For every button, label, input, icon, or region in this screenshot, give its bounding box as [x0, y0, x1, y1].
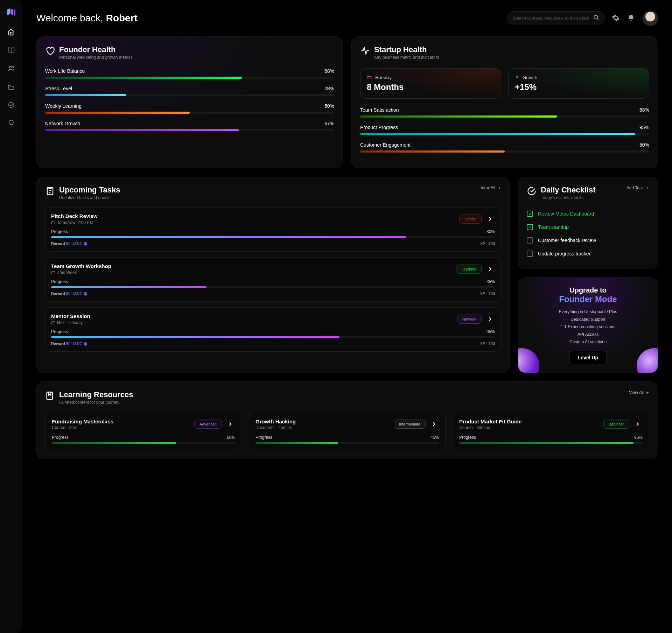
tasks-view-all[interactable]: View All: [481, 185, 501, 190]
checkbox-icon[interactable]: [527, 237, 533, 244]
calendar-icon: [51, 220, 55, 225]
reward-text: Reward 50 USDC: [51, 342, 87, 346]
checkbox-icon[interactable]: [527, 251, 533, 257]
learning-title: Learning Resources: [59, 390, 133, 399]
logo: [6, 7, 17, 18]
metric-label: Weekly Learning: [45, 103, 82, 109]
add-task-button[interactable]: Add Task: [626, 185, 649, 190]
chevron-right-icon[interactable]: [633, 419, 643, 429]
clipboard-icon: [45, 186, 55, 196]
upgrade-card: Upgrade to Founder Mode Everything in Un…: [518, 277, 658, 373]
level-up-button[interactable]: Level Up: [569, 351, 607, 364]
resource-card[interactable]: Product Market Fit Guide Course - 30mins…: [453, 412, 649, 450]
metric-label: Team Satisfaction: [360, 107, 399, 113]
nav-users-icon[interactable]: [7, 64, 15, 73]
task-badge: Critical: [459, 214, 482, 224]
founder-health-card: Founder Health Personal well-being and g…: [36, 36, 343, 168]
growth-value: +15%: [515, 82, 643, 92]
svg-point-0: [9, 66, 11, 68]
upgrade-feature: Dedicated Support: [527, 316, 649, 324]
startup-health-title: Startup Health: [374, 45, 439, 54]
progress-label: Progress: [52, 435, 69, 440]
checklist-item[interactable]: Review Metric Dashboard: [527, 207, 649, 220]
upgrade-feature: Everything in Unstoppable Plus: [527, 308, 649, 316]
welcome-text: Welcome back, Robert: [36, 13, 138, 24]
decorative-orb: [637, 348, 658, 373]
progress-value: 65%: [486, 329, 495, 334]
metric-label: Network Growth: [45, 121, 80, 126]
search-icon[interactable]: [593, 14, 599, 22]
task-card[interactable]: Mentor Session Next Tuesday Network Prog…: [45, 307, 501, 352]
chevron-right-icon[interactable]: [429, 419, 439, 429]
avatar[interactable]: [643, 10, 658, 26]
resource-card[interactable]: Fundraising Masterclass Course - 2hrs Ad…: [45, 412, 242, 450]
checklist-item[interactable]: Customer feedback review: [527, 234, 649, 247]
reward-text: Reward 50 USDC: [51, 241, 87, 246]
task-time: Tomorrow, 2:00 PM: [51, 220, 98, 225]
bell-icon[interactable]: [627, 14, 636, 22]
resource-card[interactable]: Growth Hacking Document - 45mins Interme…: [249, 412, 446, 450]
startup-health-card: Startup Health Key business metric and i…: [351, 36, 658, 168]
upgrade-feature: Custom AI solutions: [527, 338, 649, 346]
learning-view-all[interactable]: View All: [629, 390, 649, 395]
resource-subtitle: Course - 30mins: [459, 425, 522, 430]
svg-point-3: [594, 15, 598, 19]
resource-subtitle: Course - 2hrs: [52, 425, 113, 430]
checklist-item[interactable]: Update progress tracker: [527, 247, 649, 260]
progress-bar: [45, 77, 334, 79]
checklist-label: Update progress tracker: [538, 251, 590, 256]
task-time: Next Tuesday: [51, 320, 90, 325]
metric-value: 50%: [324, 103, 334, 109]
progress-value: 95%: [634, 435, 643, 440]
nav-bulb-icon[interactable]: [7, 119, 15, 127]
metric-value: 68%: [639, 107, 649, 113]
nav-home-icon[interactable]: [7, 28, 15, 36]
checkbox-icon[interactable]: [527, 224, 533, 230]
check-badge-icon: [527, 186, 537, 196]
metric-value: 28%: [324, 86, 334, 91]
chevron-right-icon[interactable]: [225, 419, 235, 429]
daily-checklist-card: Daily Checklist Today's essential tasks …: [518, 177, 658, 269]
checklist-subtitle: Today's essential tasks: [541, 195, 596, 200]
progress-value: 80%: [486, 229, 495, 234]
svg-rect-7: [52, 272, 55, 274]
checkbox-icon[interactable]: [527, 211, 533, 217]
resource-subtitle: Document - 45mins: [255, 425, 296, 430]
progress-bar: [45, 112, 334, 114]
chevron-right-icon[interactable]: [485, 214, 495, 224]
metric-label: Product Progress: [360, 125, 398, 130]
nav-book-icon[interactable]: [7, 46, 15, 55]
upgrade-line1: Upgrade to: [527, 286, 649, 294]
progress-bar: [360, 115, 649, 118]
metric-row: Customer Engagement50%: [360, 142, 649, 153]
chevron-right-icon[interactable]: [485, 264, 495, 274]
checklist-label: Team standup: [538, 224, 569, 230]
chevron-right-icon[interactable]: [485, 314, 495, 324]
progress-bar: [51, 236, 495, 238]
token-icon: [84, 342, 87, 346]
level-badge: Intermediate: [394, 420, 426, 429]
task-card[interactable]: Pitch Deck Review Tomorrow, 2:00 PM Crit…: [45, 207, 501, 252]
reward-text: Reward 50 USDC: [51, 291, 87, 296]
progress-bar: [51, 336, 495, 338]
growth-kpi: Growth +15%: [508, 68, 649, 99]
upgrade-feature: 1:1 Expert coaching sessions: [527, 323, 649, 331]
progress-bar: [459, 442, 643, 444]
tasks-subtitle: Prioritized tasks and quests: [59, 195, 120, 200]
checklist-item[interactable]: Team standup: [527, 220, 649, 234]
metric-row: Team Satisfaction68%: [360, 107, 649, 118]
nav-check-circle-icon[interactable]: [7, 101, 15, 109]
metric-row: Stress Level28%: [45, 86, 334, 96]
metric-row: Weekly Learning50%: [45, 103, 334, 114]
nav-folder-icon[interactable]: [7, 83, 15, 91]
search-input[interactable]: [507, 11, 605, 25]
founder-health-subtitle: Personal well-being and growth metrics: [59, 55, 132, 60]
upgrade-line2: Founder Mode: [527, 294, 649, 304]
upcoming-tasks-card: Upcoming Tasks Prioritized tasks and que…: [36, 177, 510, 373]
sidebar: [0, 0, 22, 633]
progress-bar: [360, 133, 649, 135]
svg-point-1: [12, 66, 13, 68]
settings-icon[interactable]: [612, 14, 620, 22]
svg-rect-4: [367, 76, 371, 79]
task-card[interactable]: Team Growth Workshop This Week Learning …: [45, 257, 501, 302]
